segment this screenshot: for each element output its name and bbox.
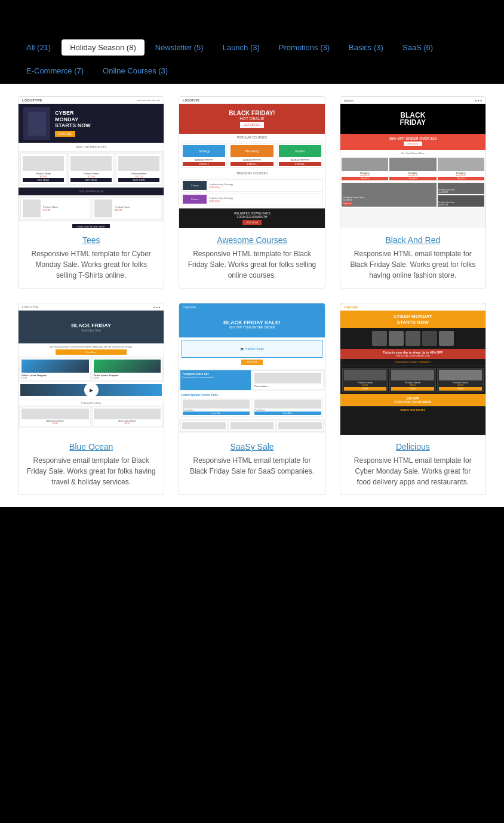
template-desc-awesome-courses: Responsive HTML template for Black Frida… bbox=[186, 248, 317, 281]
tabs-container: All (21)Holiday Season (8)Newsletter (5)… bbox=[0, 33, 504, 84]
template-card-blue-ocean[interactable]: LOGOTYPE ● ● ● BLACK FRIDAY Extended Sal… bbox=[18, 303, 164, 495]
page-header bbox=[0, 0, 504, 33]
tab-newsletter[interactable]: Newsletter (5) bbox=[147, 39, 212, 56]
main-content: LOGOTYPE nav nav nav nav nav CYBERMONDAY… bbox=[0, 84, 504, 507]
template-name-awesome-courses[interactable]: Awesome Courses bbox=[186, 235, 317, 245]
tab-all[interactable]: All (21) bbox=[18, 39, 59, 56]
template-preview-tees: LOGOTYPE nav nav nav nav nav CYBERMONDAY… bbox=[19, 97, 164, 228]
template-name-tees[interactable]: Tees bbox=[26, 235, 156, 245]
template-name-blue-ocean[interactable]: Blue Ocean bbox=[26, 442, 156, 452]
template-preview-black-and-red: taptype ● ● ● BLACKFRIDAY 15% OFF ORDER … bbox=[340, 97, 485, 228]
template-name-delicious[interactable]: Delicious bbox=[348, 442, 478, 452]
template-desc-tees: Responsive HTML template for Cyber Monda… bbox=[26, 248, 156, 281]
template-card-awesome-courses[interactable]: LOGOTYPE BLACK FRIDAY! HOT DEALS! GET OF… bbox=[179, 96, 325, 288]
tab-launch[interactable]: Launch (3) bbox=[214, 39, 268, 56]
tab-basics[interactable]: Basics (3) bbox=[340, 39, 392, 56]
template-card-tees[interactable]: LOGOTYPE nav nav nav nav nav CYBERMONDAY… bbox=[18, 96, 164, 288]
template-card-black-and-red[interactable]: taptype ● ● ● BLACKFRIDAY 15% OFF ORDER … bbox=[340, 96, 486, 288]
template-name-black-and-red[interactable]: Black And Red bbox=[348, 235, 478, 245]
tab-promotions[interactable]: Promotions (3) bbox=[271, 39, 338, 56]
template-desc-saasy-sale: Responsive HTML email template for Black… bbox=[186, 455, 317, 477]
tab-courses[interactable]: Online Courses (3) bbox=[94, 63, 176, 79]
template-card-delicious[interactable]: LogoType CYBER MONDAYSTARTS NOW Today is… bbox=[340, 303, 486, 495]
template-preview-awesome-courses: LOGOTYPE BLACK FRIDAY! HOT DEALS! GET OF… bbox=[179, 97, 324, 228]
template-name-saasy-sale[interactable]: SaaSy Sale bbox=[186, 442, 317, 452]
tab-ecommerce[interactable]: E-Commerce (7) bbox=[18, 63, 92, 79]
template-preview-delicious: LogoType CYBER MONDAYSTARTS NOW Today is… bbox=[340, 303, 485, 435]
template-card-saasy-sale[interactable]: LogoType BLACK FRIDAY SALE! 40% OFF YOUR… bbox=[179, 303, 325, 495]
tab-holiday[interactable]: Holiday Season (8) bbox=[62, 39, 145, 56]
template-preview-saasy-sale: LogoType BLACK FRIDAY SALE! 40% OFF YOUR… bbox=[179, 303, 324, 435]
tab-saas[interactable]: SaaS (6) bbox=[394, 39, 441, 56]
template-desc-delicious: Responsive HTML email template for Cyber… bbox=[348, 455, 478, 487]
template-desc-blue-ocean: Responsive email template for Black Frid… bbox=[26, 455, 156, 487]
templates-grid: LOGOTYPE nav nav nav nav nav CYBERMONDAY… bbox=[18, 96, 486, 495]
template-preview-blue-ocean: LOGOTYPE ● ● ● BLACK FRIDAY Extended Sal… bbox=[19, 303, 164, 435]
template-desc-black-and-red: Responsive HTML email template for Black… bbox=[348, 248, 478, 281]
